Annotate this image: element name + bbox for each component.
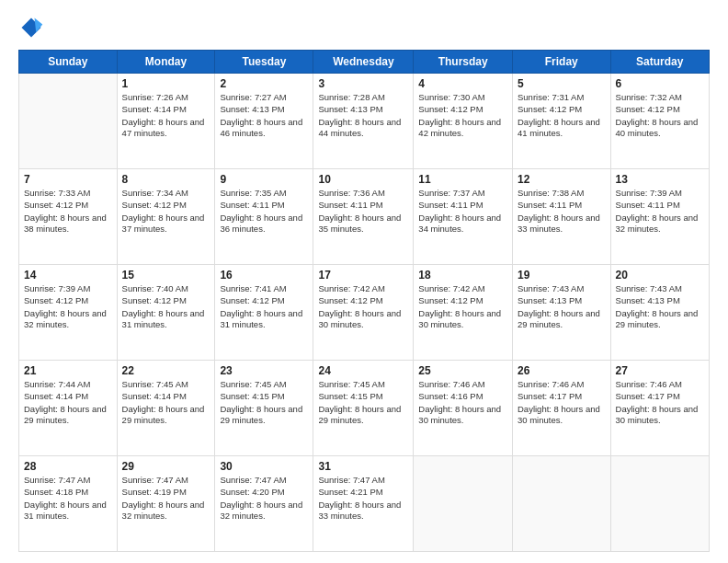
calendar-cell: 15Sunrise: 7:40 AMSunset: 4:12 PMDayligh… bbox=[117, 265, 215, 361]
day-number: 19 bbox=[518, 269, 606, 282]
calendar-cell: 4Sunrise: 7:30 AMSunset: 4:12 PMDaylight… bbox=[414, 74, 513, 169]
week-row-4: 21Sunrise: 7:44 AMSunset: 4:14 PMDayligh… bbox=[19, 361, 710, 456]
calendar-cell: 24Sunrise: 7:45 AMSunset: 4:15 PMDayligh… bbox=[313, 361, 414, 456]
day-number: 30 bbox=[220, 460, 308, 473]
sunset-text: Sunset: 4:13 PM bbox=[616, 295, 704, 307]
day-number: 29 bbox=[122, 460, 210, 473]
calendar-cell: 28Sunrise: 7:47 AMSunset: 4:18 PMDayligh… bbox=[19, 456, 118, 552]
week-row-5: 28Sunrise: 7:47 AMSunset: 4:18 PMDayligh… bbox=[19, 456, 710, 552]
sunrise-text: Sunrise: 7:47 AM bbox=[24, 475, 112, 487]
sunset-text: Sunset: 4:11 PM bbox=[318, 200, 408, 212]
daylight-text: Daylight: 8 hours and 33 minutes. bbox=[518, 213, 606, 236]
daylight-text: Daylight: 8 hours and 31 minutes. bbox=[24, 500, 112, 523]
sunrise-text: Sunrise: 7:39 AM bbox=[616, 188, 704, 200]
sunset-text: Sunset: 4:14 PM bbox=[122, 391, 210, 403]
daylight-text: Daylight: 8 hours and 40 minutes. bbox=[616, 117, 704, 141]
sunrise-text: Sunrise: 7:43 AM bbox=[518, 283, 606, 295]
header bbox=[18, 15, 710, 40]
day-number: 20 bbox=[616, 269, 704, 282]
day-number: 11 bbox=[418, 173, 507, 186]
sunset-text: Sunset: 4:12 PM bbox=[418, 104, 507, 116]
calendar-cell: 1Sunrise: 7:26 AMSunset: 4:14 PMDaylight… bbox=[117, 74, 215, 169]
day-number: 9 bbox=[220, 173, 308, 186]
sunrise-text: Sunrise: 7:47 AM bbox=[122, 475, 210, 487]
calendar-cell: 14Sunrise: 7:39 AMSunset: 4:12 PMDayligh… bbox=[19, 265, 118, 361]
sunset-text: Sunset: 4:13 PM bbox=[318, 104, 408, 116]
sunset-text: Sunset: 4:14 PM bbox=[122, 104, 210, 116]
col-header-sunday: Sunday bbox=[19, 51, 118, 74]
calendar-table: SundayMondayTuesdayWednesdayThursdayFrid… bbox=[18, 50, 710, 552]
daylight-text: Daylight: 8 hours and 29 minutes. bbox=[122, 404, 210, 428]
day-number: 1 bbox=[122, 77, 210, 90]
day-number: 13 bbox=[616, 173, 704, 186]
calendar-cell: 21Sunrise: 7:44 AMSunset: 4:14 PMDayligh… bbox=[19, 361, 118, 456]
daylight-text: Daylight: 8 hours and 44 minutes. bbox=[318, 117, 408, 141]
sunset-text: Sunset: 4:15 PM bbox=[220, 391, 308, 403]
week-row-1: 1Sunrise: 7:26 AMSunset: 4:14 PMDaylight… bbox=[19, 74, 710, 169]
calendar-cell: 27Sunrise: 7:46 AMSunset: 4:17 PMDayligh… bbox=[610, 361, 709, 456]
daylight-text: Daylight: 8 hours and 32 minutes. bbox=[616, 213, 704, 236]
calendar-cell: 23Sunrise: 7:45 AMSunset: 4:15 PMDayligh… bbox=[215, 361, 313, 456]
calendar-cell: 20Sunrise: 7:43 AMSunset: 4:13 PMDayligh… bbox=[610, 265, 709, 361]
calendar-cell: 26Sunrise: 7:46 AMSunset: 4:17 PMDayligh… bbox=[513, 361, 611, 456]
calendar-cell: 6Sunrise: 7:32 AMSunset: 4:12 PMDaylight… bbox=[610, 74, 709, 169]
day-number: 2 bbox=[220, 77, 308, 90]
calendar-cell: 9Sunrise: 7:35 AMSunset: 4:11 PMDaylight… bbox=[215, 169, 313, 265]
calendar-cell: 13Sunrise: 7:39 AMSunset: 4:11 PMDayligh… bbox=[610, 169, 709, 265]
sunrise-text: Sunrise: 7:33 AM bbox=[24, 188, 112, 200]
calendar-cell bbox=[513, 456, 611, 552]
calendar-cell: 17Sunrise: 7:42 AMSunset: 4:12 PMDayligh… bbox=[313, 265, 414, 361]
sunset-text: Sunset: 4:19 PM bbox=[122, 487, 210, 499]
sunrise-text: Sunrise: 7:26 AM bbox=[122, 92, 210, 104]
day-number: 31 bbox=[318, 460, 408, 473]
sunset-text: Sunset: 4:12 PM bbox=[318, 295, 408, 307]
daylight-text: Daylight: 8 hours and 31 minutes. bbox=[220, 308, 308, 332]
sunset-text: Sunset: 4:13 PM bbox=[518, 295, 606, 307]
day-number: 23 bbox=[220, 364, 308, 377]
sunrise-text: Sunrise: 7:45 AM bbox=[122, 379, 210, 391]
calendar-cell: 3Sunrise: 7:28 AMSunset: 4:13 PMDaylight… bbox=[313, 74, 414, 169]
calendar-cell: 10Sunrise: 7:36 AMSunset: 4:11 PMDayligh… bbox=[313, 169, 414, 265]
sunset-text: Sunset: 4:11 PM bbox=[616, 200, 704, 212]
daylight-text: Daylight: 8 hours and 41 minutes. bbox=[518, 117, 606, 141]
daylight-text: Daylight: 8 hours and 32 minutes. bbox=[122, 500, 210, 523]
week-row-3: 14Sunrise: 7:39 AMSunset: 4:12 PMDayligh… bbox=[19, 265, 710, 361]
daylight-text: Daylight: 8 hours and 30 minutes. bbox=[418, 308, 507, 332]
calendar-cell: 30Sunrise: 7:47 AMSunset: 4:20 PMDayligh… bbox=[215, 456, 313, 552]
sunset-text: Sunset: 4:17 PM bbox=[518, 391, 606, 403]
calendar-cell: 2Sunrise: 7:27 AMSunset: 4:13 PMDaylight… bbox=[215, 74, 313, 169]
sunset-text: Sunset: 4:12 PM bbox=[616, 104, 704, 116]
calendar-cell bbox=[610, 456, 709, 552]
sunrise-text: Sunrise: 7:47 AM bbox=[220, 475, 308, 487]
sunrise-text: Sunrise: 7:36 AM bbox=[318, 188, 408, 200]
day-number: 28 bbox=[24, 460, 112, 473]
sunrise-text: Sunrise: 7:46 AM bbox=[616, 379, 704, 391]
calendar-body: 1Sunrise: 7:26 AMSunset: 4:14 PMDaylight… bbox=[19, 74, 710, 552]
daylight-text: Daylight: 8 hours and 38 minutes. bbox=[24, 213, 112, 236]
sunrise-text: Sunrise: 7:42 AM bbox=[418, 283, 507, 295]
calendar-cell: 29Sunrise: 7:47 AMSunset: 4:19 PMDayligh… bbox=[117, 456, 215, 552]
week-row-2: 7Sunrise: 7:33 AMSunset: 4:12 PMDaylight… bbox=[19, 169, 710, 265]
sunset-text: Sunset: 4:18 PM bbox=[24, 487, 112, 499]
daylight-text: Daylight: 8 hours and 29 minutes. bbox=[616, 308, 704, 332]
day-number: 26 bbox=[518, 364, 606, 377]
sunset-text: Sunset: 4:20 PM bbox=[220, 487, 308, 499]
sunrise-text: Sunrise: 7:45 AM bbox=[220, 379, 308, 391]
daylight-text: Daylight: 8 hours and 30 minutes. bbox=[616, 404, 704, 428]
sunset-text: Sunset: 4:11 PM bbox=[418, 200, 507, 212]
calendar-cell bbox=[19, 74, 118, 169]
daylight-text: Daylight: 8 hours and 32 minutes. bbox=[220, 500, 308, 523]
calendar-cell: 16Sunrise: 7:41 AMSunset: 4:12 PMDayligh… bbox=[215, 265, 313, 361]
col-header-monday: Monday bbox=[117, 51, 215, 74]
day-number: 24 bbox=[318, 364, 408, 377]
day-number: 17 bbox=[318, 269, 408, 282]
sunrise-text: Sunrise: 7:30 AM bbox=[418, 92, 507, 104]
daylight-text: Daylight: 8 hours and 37 minutes. bbox=[122, 213, 210, 236]
sunrise-text: Sunrise: 7:37 AM bbox=[418, 188, 507, 200]
daylight-text: Daylight: 8 hours and 29 minutes. bbox=[24, 404, 112, 428]
day-number: 5 bbox=[518, 77, 606, 90]
calendar-cell: 11Sunrise: 7:37 AMSunset: 4:11 PMDayligh… bbox=[414, 169, 513, 265]
sunset-text: Sunset: 4:15 PM bbox=[318, 391, 408, 403]
logo bbox=[18, 15, 48, 40]
sunrise-text: Sunrise: 7:46 AM bbox=[518, 379, 606, 391]
